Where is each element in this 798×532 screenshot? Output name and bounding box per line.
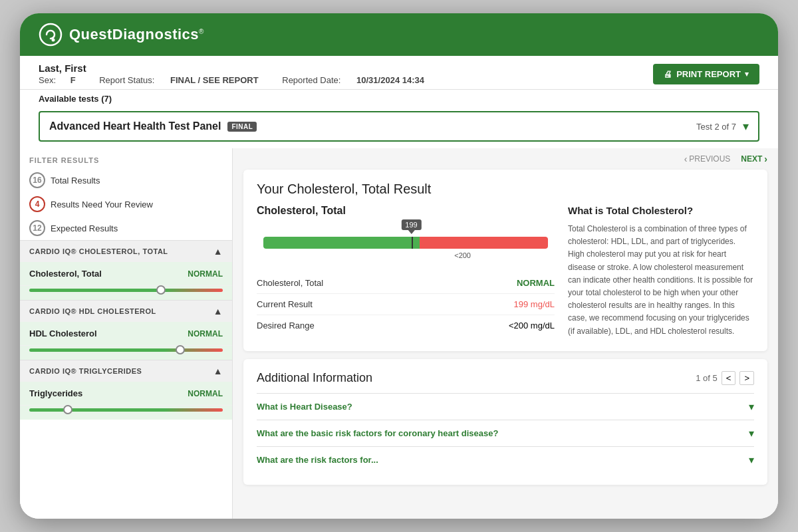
section-hdl-chevron-icon: ▲ [213, 306, 223, 317]
patient-meta: Sex: F Report Status: FINAL / SEE REPORT… [39, 75, 446, 85]
panel-selector: Advanced Heart Health Test Panel FINAL T… [20, 111, 778, 148]
add-info-chevron-2: ▾ [749, 454, 754, 466]
patient-info-left: Last, First Sex: F Report Status: FINAL … [39, 63, 446, 85]
dropdown-chevron-icon: ▾ [743, 119, 749, 134]
slider-thumb-triglycerides [63, 405, 72, 414]
right-arrow-icon: › [764, 154, 767, 164]
add-info-chevron-1: ▾ [749, 427, 754, 440]
add-info-pager: 1 of 5 < > [696, 371, 754, 385]
test-triglycerides[interactable]: Triglycerides NORMAL [20, 382, 232, 406]
quest-logo-icon [39, 23, 63, 47]
expected-badge: 12 [29, 220, 45, 236]
next-button[interactable]: NEXT › [741, 154, 767, 164]
chol-bar-green [263, 237, 420, 249]
filter-review-label: Results Need Your Review [51, 200, 153, 209]
filter-expected-label: Expected Results [51, 223, 118, 233]
previous-button[interactable]: ‹ PREVIOUS [684, 154, 731, 164]
slider-track-hdl [29, 348, 223, 352]
patient-name: Last, First [39, 63, 446, 74]
result-row-current: Current Result 199 mg/dL [257, 294, 555, 315]
filter-review[interactable]: 4 Results Need Your Review [20, 192, 232, 216]
chol-marker-value: 199 [401, 219, 421, 230]
logo-area: QuestDiagnostics® [39, 23, 204, 47]
additional-info-card: Additional Information 1 of 5 < > What i… [243, 359, 767, 485]
section-triglycerides[interactable]: CARDIO IQ® TRIGLYCERIDES ▲ [20, 360, 232, 382]
slider-cholesterol [20, 286, 232, 300]
info-title: What is Total Cholesterol? [568, 205, 754, 216]
result-test-name: Cholesterol, Total [257, 205, 555, 217]
panel-dropdown[interactable]: Advanced Heart Health Test Panel FINAL T… [39, 111, 759, 142]
filter-total[interactable]: 16 Total Results [20, 168, 232, 192]
print-chevron-icon: ▾ [745, 70, 749, 78]
section-tri-chevron-icon: ▲ [213, 366, 223, 376]
header: QuestDiagnostics® [20, 13, 778, 56]
filter-expected[interactable]: 12 Expected Results [20, 216, 232, 240]
filter-results-label: FILTER RESULTS [20, 148, 232, 168]
print-report-button[interactable]: 🖨 PRINT REPORT ▾ [653, 64, 759, 84]
add-info-header: Additional Information 1 of 5 < > [257, 371, 754, 385]
report-status: Report Status: FINAL / SEE REPORT [99, 75, 271, 85]
result-card-body: Cholesterol, Total 199 [243, 205, 767, 351]
logo-text: QuestDiagnostics® [69, 26, 204, 43]
result-card: Your Cholesterol, Total Result Cholester… [243, 170, 767, 351]
nav-bar: ‹ PREVIOUS NEXT › [233, 148, 778, 170]
chol-bar-red [420, 237, 548, 249]
filter-total-label: Total Results [51, 176, 100, 186]
device-frame: QuestDiagnostics® Last, First Sex: F Rep… [20, 13, 778, 519]
review-badge: 4 [29, 196, 45, 212]
section-chevron-icon: ▲ [213, 246, 223, 257]
reported-date: Reported Date: 10/31/2024 14:34 [282, 75, 435, 85]
test-of-label: Test 2 of 7 [696, 122, 736, 132]
add-info-title: Additional Information [257, 371, 372, 385]
total-badge: 16 [29, 172, 45, 188]
result-row-name: Cholesterol, Total NORMAL [257, 273, 555, 294]
test-hdl[interactable]: HDL Cholesterol NORMAL [20, 322, 232, 346]
result-card-title: Your Cholesterol, Total Result [243, 170, 767, 205]
add-info-item-0[interactable]: What is Heart Disease? ▾ [257, 393, 754, 420]
chol-scale-label: <200 [377, 251, 548, 259]
left-arrow-icon: ‹ [684, 154, 688, 164]
right-panel: ‹ PREVIOUS NEXT › Your Cholesterol, Tota… [233, 148, 778, 519]
main-content: FILTER RESULTS 16 Total Results 4 Result… [20, 148, 778, 519]
pager-prev-button[interactable]: < [722, 371, 736, 385]
pager-next-button[interactable]: > [739, 371, 754, 385]
sidebar: FILTER RESULTS 16 Total Results 4 Result… [20, 148, 233, 519]
info-text: Total Cholesterol is a combination of th… [568, 223, 754, 338]
test-cholesterol-total[interactable]: Cholesterol, Total NORMAL [20, 262, 232, 286]
chol-bar-container: 199 [257, 237, 555, 259]
info-panel: What is Total Cholesterol? Total Cholest… [568, 205, 754, 338]
section-cholesterol-total[interactable]: CARDIO IQ® CHOLESTEROL, TOTAL ▲ [20, 240, 232, 262]
final-badge: FINAL [227, 122, 257, 132]
panel-dropdown-left: Advanced Heart Health Test Panel FINAL [49, 120, 257, 132]
svg-point-0 [40, 24, 61, 45]
section-hdl[interactable]: CARDIO IQ® HDL CHOLESTEROL ▲ [20, 300, 232, 322]
print-icon: 🖨 [664, 69, 672, 79]
available-tests-bar: Available tests (7) [20, 90, 778, 111]
add-info-chevron-0: ▾ [749, 400, 754, 413]
svg-point-1 [52, 39, 55, 42]
slider-track-triglycerides [29, 408, 223, 412]
panel-title: Advanced Heart Health Test Panel [49, 120, 221, 132]
slider-hdl [20, 346, 232, 360]
slider-thumb-cholesterol [156, 285, 166, 295]
add-info-item-1[interactable]: What are the basic risk factors for coro… [257, 420, 754, 446]
panel-dropdown-right: Test 2 of 7 ▾ [696, 119, 749, 134]
available-tests-label: Available tests (7) [39, 94, 112, 104]
sex-label: Sex: F [39, 75, 88, 85]
slider-triglycerides [20, 406, 232, 420]
patient-bar: Last, First Sex: F Report Status: FINAL … [20, 56, 778, 90]
result-row-desired: Desired Range <200 mg/dL [257, 315, 555, 336]
slider-thumb-hdl [176, 345, 185, 354]
slider-track-cholesterol [29, 289, 223, 292]
result-left: Cholesterol, Total 199 [257, 205, 555, 338]
add-info-item-2[interactable]: What are the risk factors for... ▾ [257, 446, 754, 473]
